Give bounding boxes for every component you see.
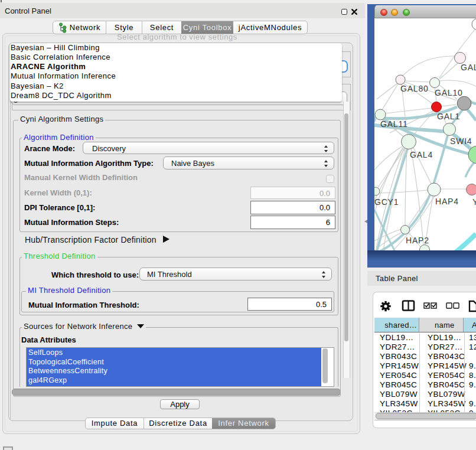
svg-text:GAL4: GAL4 xyxy=(410,150,433,159)
svg-text:HAP4: HAP4 xyxy=(435,197,459,206)
svg-text:GAL80: GAL80 xyxy=(400,84,429,93)
svg-text:GAL11: GAL11 xyxy=(380,119,408,129)
svg-text:HAP2: HAP2 xyxy=(406,236,429,245)
svg-text:GAL2: GAL2 xyxy=(461,63,476,72)
svg-text:GAL10: GAL10 xyxy=(435,88,463,97)
svg-text:YJ: YJ xyxy=(472,197,476,207)
svg-text:SWI4: SWI4 xyxy=(450,136,472,146)
svg-text:GCY1: GCY1 xyxy=(374,197,399,207)
svg-text:GAL1: GAL1 xyxy=(437,112,460,121)
